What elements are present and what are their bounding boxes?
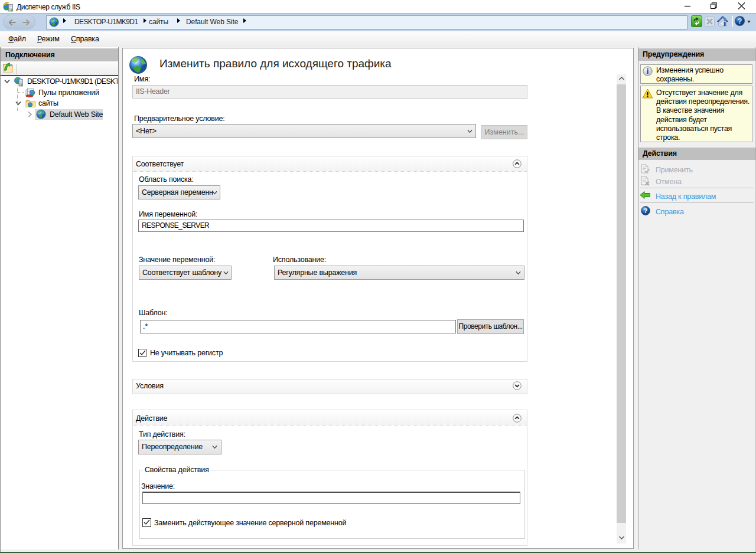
svg-text:?: ? [738,17,742,25]
svg-text:?: ? [644,207,648,214]
